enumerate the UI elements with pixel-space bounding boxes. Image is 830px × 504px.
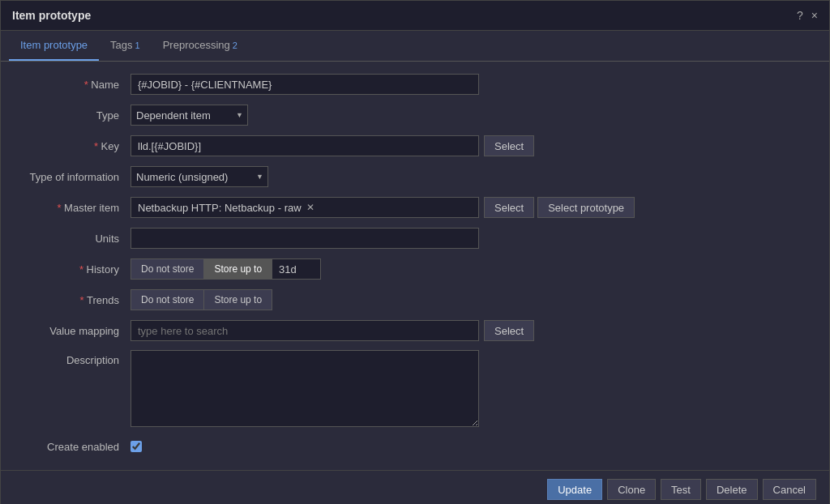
tab-tags[interactable]: Tags1 <box>99 31 152 61</box>
key-row: Key Select <box>17 135 813 157</box>
trends-row: Trends Do not store Store up to <box>17 288 813 311</box>
key-input[interactable] <box>130 135 479 156</box>
value-mapping-label: Value mapping <box>17 325 130 337</box>
units-label: Units <box>17 233 130 245</box>
tab-item-prototype[interactable]: Item prototype <box>9 31 99 61</box>
name-row: Name <box>17 73 813 96</box>
key-select-button[interactable]: Select <box>484 135 534 156</box>
trends-label: Trends <box>17 294 130 306</box>
create-enabled-checkbox[interactable] <box>130 441 142 452</box>
units-input[interactable] <box>130 228 479 249</box>
units-row: Units <box>17 227 813 250</box>
type-of-info-select[interactable]: Numeric (unsigned) <box>130 166 268 187</box>
update-button[interactable]: Update <box>547 479 602 500</box>
description-textarea[interactable] <box>130 350 479 427</box>
tab-preprocessing[interactable]: Preprocessing2 <box>152 31 249 61</box>
type-of-info-wrapper: Numeric (unsigned) <box>130 166 268 187</box>
dialog-header: Item prototype ? × <box>1 1 829 31</box>
dialog-title: Item prototype <box>12 9 91 22</box>
history-row: History Do not store Store up to <box>17 258 813 280</box>
key-label: Key <box>17 140 130 152</box>
type-select-wrapper: Dependent item <box>130 105 248 126</box>
value-mapping-select-button[interactable]: Select <box>484 320 534 341</box>
clone-button[interactable]: Clone <box>607 479 656 500</box>
tab-preprocessing-label: Preprocessing <box>163 39 230 51</box>
type-label: Type <box>17 109 130 122</box>
create-enabled-label: Create enabled <box>17 441 130 453</box>
master-item-label: Master item <box>17 202 130 214</box>
form-body: Name Type Dependent item Key Select Type… <box>1 62 829 504</box>
master-item-remove-icon[interactable]: ✕ <box>306 202 314 213</box>
value-mapping-row: Value mapping Select <box>17 319 813 342</box>
cancel-button[interactable]: Cancel <box>763 479 816 500</box>
help-icon[interactable]: ? <box>797 9 803 22</box>
master-item-row: Master item Netbackup HTTP: Netbackup - … <box>17 196 813 219</box>
trends-toggle-group: Do not store Store up to <box>130 289 272 310</box>
type-row: Type Dependent item <box>17 104 813 126</box>
history-label: History <box>17 263 130 275</box>
description-row: Description <box>17 350 813 427</box>
type-select[interactable]: Dependent item <box>130 105 248 126</box>
name-label: Name <box>17 79 130 91</box>
value-mapping-input[interactable] <box>130 320 479 341</box>
master-item-value: Netbackup HTTP: Netbackup - raw <box>138 202 302 214</box>
trends-store-up-to-btn[interactable]: Store up to <box>203 289 272 310</box>
create-enabled-row: Create enabled <box>17 435 813 458</box>
close-icon[interactable]: × <box>811 9 818 22</box>
history-toggle-group: Do not store Store up to <box>130 258 272 280</box>
item-prototype-dialog: Item prototype ? × Item prototype Tags1 … <box>0 0 830 504</box>
history-do-not-store-btn[interactable]: Do not store <box>130 258 203 280</box>
history-store-up-to-btn[interactable]: Store up to <box>203 258 272 280</box>
master-item-select-button[interactable]: Select <box>484 197 534 218</box>
trends-do-not-store-btn[interactable]: Do not store <box>130 289 203 310</box>
master-item-field: Netbackup HTTP: Netbackup - raw ✕ <box>130 197 479 218</box>
tab-item-prototype-label: Item prototype <box>20 39 88 51</box>
dialog-header-icons: ? × <box>797 9 818 22</box>
delete-button[interactable]: Delete <box>706 479 758 500</box>
type-of-info-row: Type of information Numeric (unsigned) <box>17 165 813 188</box>
type-of-info-label: Type of information <box>17 171 130 183</box>
history-value-input[interactable] <box>272 258 321 280</box>
name-input[interactable] <box>130 74 479 95</box>
description-label: Description <box>17 350 130 366</box>
tab-tags-badge: 1 <box>135 41 140 50</box>
footer: Update Clone Test Delete Cancel <box>1 470 829 504</box>
tabs: Item prototype Tags1 Preprocessing2 <box>1 31 829 62</box>
tab-preprocessing-badge: 2 <box>233 41 237 50</box>
create-enabled-checkbox-wrapper <box>130 441 142 452</box>
tab-tags-label: Tags <box>110 39 132 51</box>
master-item-select-prototype-button[interactable]: Select prototype <box>537 197 635 218</box>
test-button[interactable]: Test <box>661 479 701 500</box>
